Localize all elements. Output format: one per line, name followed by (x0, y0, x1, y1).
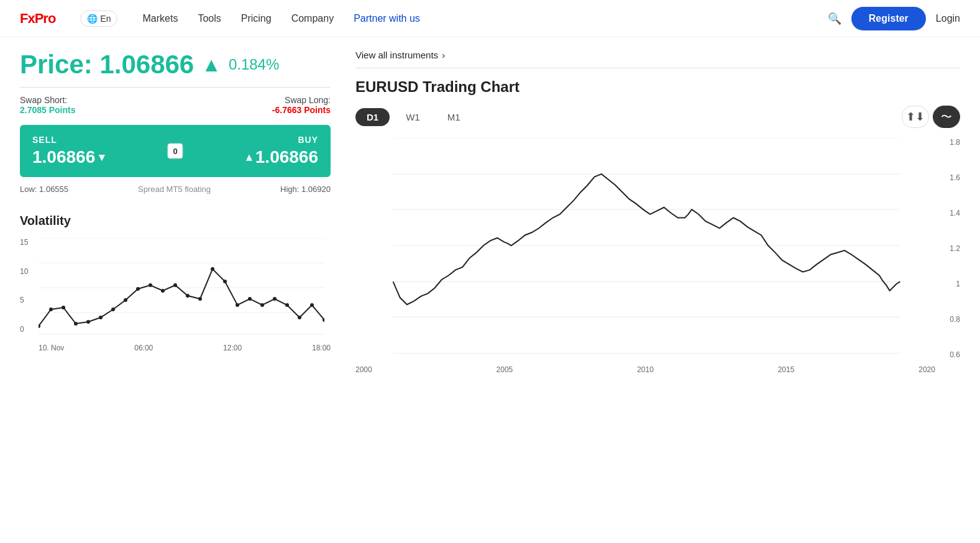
swap-row: Swap Short: 2.7085 Points Swap Long: -6.… (20, 95, 331, 115)
left-panel: Price: 1.06866 ▲ 0.184% Swap Short: 2.70… (20, 50, 355, 374)
vol-y-10: 10 (20, 267, 35, 276)
lang-label: En (100, 14, 111, 24)
vol-x-1: 10. Nov (39, 344, 64, 352)
chart-controls: D1 W1 M1 ⬆⬇ 〜 (355, 106, 960, 128)
buy-up-arrow: ▴ (246, 150, 252, 164)
y-1.0: 1 (938, 280, 960, 288)
sell-down-arrow: ▾ (99, 150, 104, 164)
view-all-text: View all instruments (355, 50, 438, 60)
nav-company[interactable]: Company (291, 13, 334, 24)
price-divider (20, 87, 331, 88)
price-change: 0.184% (229, 56, 279, 73)
svg-point-7 (62, 306, 65, 309)
vol-x-2: 06:00 (134, 344, 153, 352)
sell-label: SELL (32, 135, 57, 145)
x-2010: 2010 (637, 365, 654, 374)
candlestick-icon: ⬆⬇ (906, 110, 925, 124)
svg-point-18 (198, 297, 202, 301)
svg-point-8 (74, 322, 78, 326)
svg-point-25 (285, 303, 289, 307)
x-2020: 2020 (918, 365, 935, 374)
svg-point-12 (124, 298, 127, 302)
svg-point-27 (310, 303, 314, 307)
sell-price: 1.06866 ▾ (32, 147, 104, 167)
swap-short-label: Swap Short: (20, 95, 67, 105)
vol-x-4: 18:00 (312, 344, 331, 352)
svg-point-6 (49, 308, 53, 311)
nav-markets[interactable]: Markets (142, 13, 178, 24)
candlestick-chart-button[interactable]: ⬆⬇ (902, 106, 929, 128)
nav-partner[interactable]: Partner with us (354, 13, 420, 24)
sell-price-value: 1.06866 (32, 147, 95, 167)
nav-links: Markets Tools Pricing Company Partner wi… (142, 13, 827, 24)
chart-y-labels: 1.8 1.6 1.4 1.2 1 0.8 0.6 (938, 138, 960, 359)
y-0.8: 0.8 (938, 315, 960, 324)
volatility-chart: 15 10 5 0 (20, 238, 331, 352)
spread-floating: Spread MT5 floating (138, 185, 211, 194)
y-1.8: 1.8 (938, 138, 960, 147)
price-display: Price: 1.06866 (20, 50, 194, 80)
nav-pricing[interactable]: Pricing (241, 13, 272, 24)
main-chart-svg (355, 138, 938, 374)
logo-fx: FxPro (20, 11, 55, 26)
chevron-right-icon: › (442, 50, 445, 60)
svg-point-17 (186, 294, 190, 298)
vol-y-0: 0 (20, 325, 35, 334)
price-label-text: Price: (20, 50, 93, 79)
swap-short: Swap Short: 2.7085 Points (20, 95, 76, 115)
price-row: Price: 1.06866 ▲ 0.184% (20, 50, 331, 80)
chart-x-labels: 2000 2005 2010 2015 2020 (355, 365, 935, 374)
line-chart-button[interactable]: 〜 (933, 106, 960, 128)
vol-x-labels: 10. Nov 06:00 12:00 18:00 (39, 344, 331, 352)
sell-button[interactable]: SELL 1.06866 ▾ (20, 125, 175, 177)
buy-price-value: 1.06866 (255, 147, 318, 167)
svg-point-14 (149, 283, 152, 287)
globe-icon: 🌐 (87, 14, 98, 24)
chart-title: EURUSD Trading Chart (355, 78, 960, 96)
buy-price: ▴ 1.06866 (246, 147, 318, 167)
buy-button[interactable]: BUY ▴ 1.06866 (175, 125, 331, 177)
swap-long: Swap Long: -6.7663 Points (272, 95, 331, 115)
language-selector[interactable]: 🌐 En (80, 11, 117, 27)
svg-point-24 (273, 297, 277, 301)
svg-point-13 (136, 287, 140, 291)
svg-point-9 (86, 320, 90, 324)
navbar: FxPro 🌐 En Markets Tools Pricing Company… (0, 0, 980, 37)
logo-text: FxPro (20, 11, 55, 27)
time-d1[interactable]: D1 (355, 108, 390, 126)
svg-point-16 (173, 283, 177, 287)
swap-short-value: 2.7085 Points (20, 105, 76, 115)
register-button[interactable]: Register (851, 7, 926, 30)
volatility-title: Volatility (20, 214, 331, 228)
view-divider (355, 68, 960, 68)
svg-point-22 (248, 297, 252, 301)
line-chart-icon: 〜 (941, 109, 952, 124)
login-button[interactable]: Login (936, 13, 960, 24)
nav-actions: 🔍 Register Login (828, 7, 960, 30)
vol-svg-container (39, 238, 331, 340)
volatility-svg (39, 238, 324, 337)
svg-point-21 (236, 303, 239, 307)
y-1.2: 1.2 (938, 244, 960, 253)
svg-point-26 (298, 316, 301, 319)
time-m1[interactable]: M1 (436, 108, 472, 126)
vol-x-3: 12:00 (223, 344, 242, 352)
time-w1[interactable]: W1 (395, 108, 431, 126)
price-value: 1.06866 (99, 50, 194, 79)
volatility-section: Volatility 15 10 5 0 (20, 214, 331, 352)
logo[interactable]: FxPro (20, 11, 55, 27)
low-high-row: Low: 1.06555 Spread MT5 floating High: 1… (20, 185, 331, 194)
search-icon[interactable]: 🔍 (828, 12, 841, 25)
main-chart: 1.8 1.6 1.4 1.2 1 0.8 0.6 (355, 138, 960, 374)
main-content: Price: 1.06866 ▲ 0.184% Swap Short: 2.70… (0, 37, 980, 386)
nav-tools[interactable]: Tools (198, 13, 221, 24)
y-1.4: 1.4 (938, 209, 960, 217)
view-all-link[interactable]: View all instruments › (355, 50, 960, 60)
vol-y-5: 5 (20, 296, 35, 304)
buy-label: BUY (298, 135, 318, 145)
right-panel: View all instruments › EURUSD Trading Ch… (355, 50, 960, 374)
y-0.6: 0.6 (938, 350, 960, 359)
svg-point-23 (260, 303, 264, 307)
swap-long-label: Swap Long: (285, 95, 331, 105)
x-2005: 2005 (497, 365, 513, 374)
